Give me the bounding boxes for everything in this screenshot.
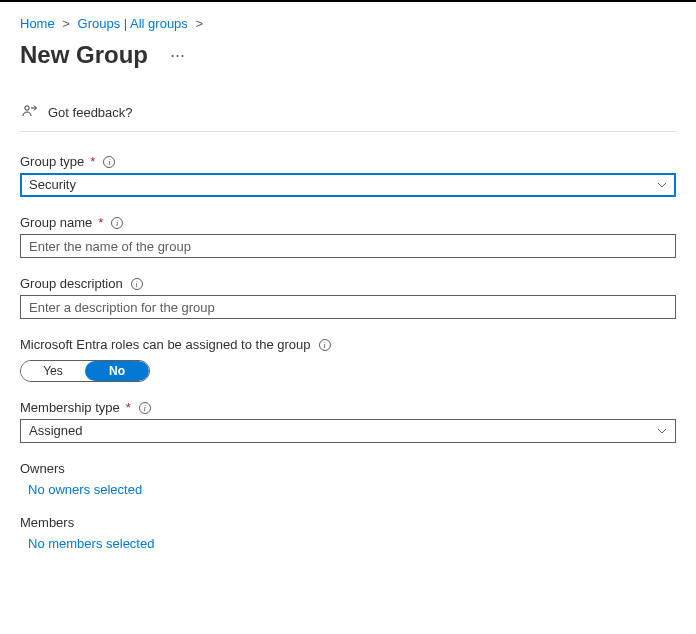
more-icon[interactable]: ··· [170,48,185,62]
entra-roles-toggle[interactable]: Yes No [20,360,150,382]
chevron-right-icon: > [62,16,70,31]
group-type-label: Group type [20,154,84,169]
group-desc-label: Group description [20,276,123,291]
feedback-link[interactable]: Got feedback? [20,93,676,132]
required-mark: * [126,400,131,415]
feedback-label: Got feedback? [48,105,133,120]
membership-type-label: Membership type [20,400,120,415]
owners-label: Owners [20,461,676,476]
breadcrumb-home[interactable]: Home [20,16,55,31]
info-icon[interactable]: i [103,156,115,168]
members-empty-link[interactable]: No members selected [20,536,676,551]
info-icon[interactable]: i [131,278,143,290]
breadcrumb-groups[interactable]: Groups | All groups [78,16,188,31]
required-mark: * [90,154,95,169]
required-mark: * [98,215,103,230]
breadcrumb: Home > Groups | All groups > [20,2,676,37]
membership-type-select[interactable]: Assigned [20,419,676,443]
info-icon[interactable]: i [319,339,331,351]
toggle-yes[interactable]: Yes [21,361,85,381]
owners-empty-link[interactable]: No owners selected [20,482,676,497]
members-label: Members [20,515,676,530]
info-icon[interactable]: i [111,217,123,229]
page-title: New Group [20,41,148,69]
group-name-label: Group name [20,215,92,230]
group-desc-input[interactable] [20,295,676,319]
svg-point-0 [25,106,29,110]
entra-roles-label: Microsoft Entra roles can be assigned to… [20,337,311,352]
info-icon[interactable]: i [139,402,151,414]
group-type-select[interactable]: Security [20,173,676,197]
feedback-icon [20,103,38,121]
chevron-right-icon: > [195,16,203,31]
group-name-input[interactable] [20,234,676,258]
toggle-no[interactable]: No [85,361,149,381]
